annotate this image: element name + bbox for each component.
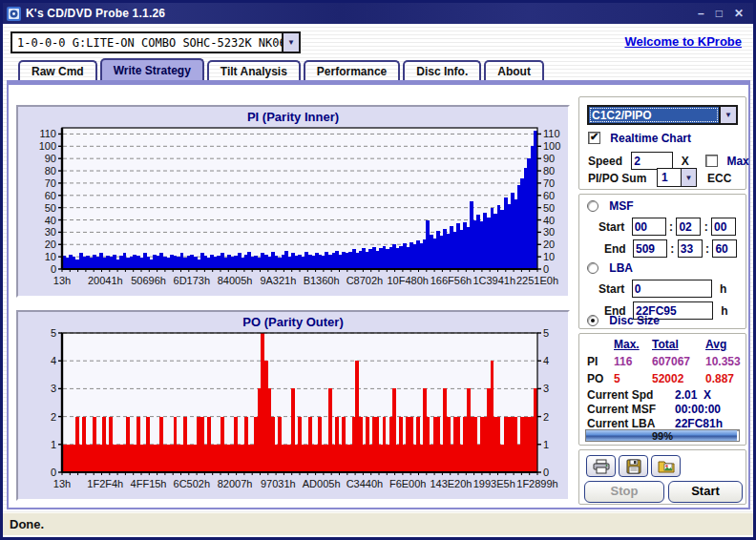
disc-size-radio[interactable] [587, 315, 598, 326]
svg-text:90: 90 [45, 153, 56, 164]
lba-radio[interactable] [587, 262, 598, 274]
svg-text:82007h: 82007h [218, 478, 253, 489]
lba-end-unit: h [721, 304, 727, 318]
svg-text:40: 40 [543, 215, 555, 226]
max-speed-label: Max [726, 155, 748, 168]
client-area: 1-0-0-0 G:LITE-ON COMBO SOHC-5232K NK06 … [3, 24, 753, 537]
svg-text:1: 1 [543, 439, 549, 450]
msf-sep: : [670, 242, 674, 256]
svg-text:9A321h: 9A321h [260, 275, 296, 286]
range-group: MSF Start : : End : : [578, 194, 746, 329]
msf-start-m[interactable] [632, 218, 666, 236]
svg-text:20: 20 [543, 239, 555, 250]
svg-text:30: 30 [45, 226, 56, 238]
drive-select[interactable]: 1-0-0-0 G:LITE-ON COMBO SOHC-5232K NK06 … [10, 31, 301, 53]
msf-label: MSF [609, 199, 633, 213]
pi-max: 116 [614, 355, 632, 368]
current-spd-value: 2.01 X [675, 388, 711, 402]
current-spd-label: Current Spd [587, 388, 653, 402]
svg-text:6D173h: 6D173h [174, 275, 211, 286]
stats-header-avg: Avg [705, 338, 726, 351]
svg-text:2: 2 [543, 411, 549, 423]
msf-start-s[interactable] [676, 218, 701, 236]
chevron-down-icon: ▼ [685, 174, 693, 182]
close-button[interactable]: ✕ [734, 8, 744, 19]
tab-about[interactable]: About [484, 60, 544, 80]
po-row-label: PO [587, 372, 603, 385]
pi-total: 607067 [652, 355, 690, 368]
svg-text:70: 70 [543, 177, 555, 189]
svg-text:100: 100 [543, 140, 560, 152]
svg-text:20041h: 20041h [88, 275, 123, 286]
tab-performance[interactable]: Performance [304, 60, 400, 80]
maximize-button[interactable]: □ [716, 8, 723, 19]
svg-text:30: 30 [543, 226, 555, 238]
svg-text:50696h: 50696h [131, 275, 166, 286]
svg-text:90: 90 [543, 153, 555, 164]
svg-text:60: 60 [543, 190, 555, 201]
current-msf-value: 00:00:00 [675, 403, 721, 416]
pipo-sum-value: 1 [658, 169, 681, 186]
minimize-button[interactable]: – [698, 8, 704, 19]
title-bar: K's CD/DVD Probe 1.1.26 – □ ✕ [3, 3, 753, 24]
svg-text:4: 4 [543, 355, 549, 366]
tab-write-strategy[interactable]: Write Strategy [100, 58, 204, 80]
disc-size-label: Disc Size [609, 314, 660, 327]
max-speed-checkbox[interactable] [705, 155, 718, 167]
svg-text:0: 0 [543, 263, 549, 275]
svg-text:50: 50 [45, 202, 56, 214]
chevron-down-icon: ▼ [287, 38, 295, 47]
po-total: 52002 [652, 372, 683, 385]
svg-text:F6E00h: F6E00h [389, 478, 427, 489]
msf-start-f[interactable] [711, 218, 736, 236]
welcome-link[interactable]: Welcome to KProbe [624, 34, 742, 49]
msf-end-m[interactable] [633, 239, 667, 258]
current-lba-value: 22FC81h [675, 417, 723, 430]
stats-header-max: Max. [614, 338, 640, 351]
start-button[interactable]: Start [668, 481, 743, 503]
svg-text:3: 3 [543, 383, 549, 394]
print-icon [593, 459, 610, 474]
save-image-button[interactable] [651, 455, 681, 477]
pipo-sum-arrow[interactable]: ▼ [681, 169, 696, 186]
realtime-chart-checkbox[interactable] [588, 132, 600, 144]
msf-end-f[interactable] [712, 239, 737, 258]
svg-text:6C502h: 6C502h [174, 478, 211, 489]
stop-button[interactable]: Stop [584, 481, 664, 503]
mode-select[interactable]: C1C2/PIPO ▼ [587, 105, 738, 125]
svg-text:2: 2 [51, 411, 56, 423]
svg-text:C3440h: C3440h [346, 478, 384, 489]
tab-raw-cmd[interactable]: Raw Cmd [18, 60, 97, 80]
pipo-sum-label: PI/PO Sum [588, 172, 646, 185]
tab-disc-info[interactable]: Disc Info. [403, 60, 481, 80]
image-icon [658, 459, 675, 473]
svg-text:10F480h: 10F480h [387, 275, 428, 286]
stats-header-total: Total [652, 338, 679, 351]
svg-text:13h: 13h [53, 275, 71, 286]
mode-select-value: C1C2/PIPO [589, 107, 719, 123]
ecc-label: ECC [707, 172, 731, 185]
pipo-sum-select[interactable]: 1 ▼ [657, 168, 697, 187]
drive-select-arrow[interactable]: ▼ [282, 33, 299, 52]
svg-text:84005h: 84005h [218, 275, 253, 286]
lba-start-unit: h [720, 282, 726, 296]
save-button[interactable] [619, 455, 648, 477]
po-chart-plot: 00112233445513h1F2F4h4FF15h6C502h82007h9… [18, 329, 568, 497]
svg-text:0: 0 [543, 467, 549, 478]
mode-select-arrow[interactable]: ▼ [719, 107, 736, 123]
pi-chart-panel: PI (Parity Inner) 0010102020303040405050… [16, 105, 570, 298]
print-button[interactable] [586, 455, 616, 477]
svg-text:80: 80 [543, 165, 555, 177]
svg-text:40: 40 [45, 215, 56, 226]
tab-tilt-analysis[interactable]: Tilt Analysis [207, 60, 301, 80]
app-window: K's CD/DVD Probe 1.1.26 – □ ✕ 1-0-0-0 G:… [0, 0, 756, 540]
msf-radio[interactable] [587, 200, 598, 212]
msf-end-label: End [604, 242, 626, 256]
msf-sep: : [705, 242, 709, 256]
pi-chart-title: PI (Parity Inner) [18, 107, 568, 124]
lba-start-input[interactable] [632, 280, 712, 298]
msf-end-s[interactable] [678, 239, 703, 258]
svg-text:5: 5 [543, 329, 549, 339]
svg-text:60: 60 [45, 190, 56, 201]
progress-text: 99% [586, 430, 739, 442]
